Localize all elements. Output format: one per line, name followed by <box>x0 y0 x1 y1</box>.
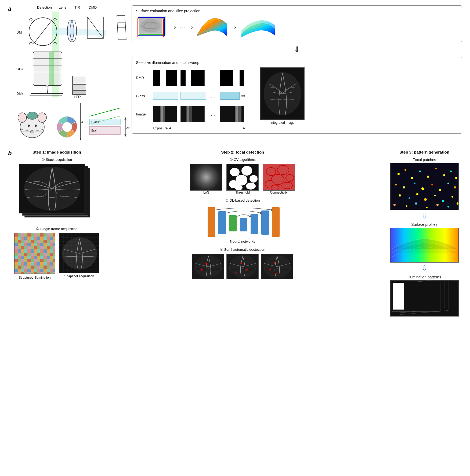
row-label-glass: Glass <box>136 94 151 98</box>
svg-point-91 <box>282 182 292 189</box>
semi-brain-3: + + + + <box>261 254 293 279</box>
illumination-patterns-label: Illumination patterns <box>387 275 462 279</box>
svg-point-106 <box>411 177 413 179</box>
svg-rect-27 <box>73 90 86 95</box>
glass-img-last <box>220 92 240 100</box>
label-lens: Lens <box>55 5 70 9</box>
svg-point-35 <box>18 113 27 122</box>
surface-steps-row: ⇒ ⋯ ⇒ <box>136 16 458 39</box>
svg-point-128 <box>393 204 396 206</box>
connectivity-wrap: Connectivity <box>263 164 295 194</box>
svg-rect-94 <box>218 211 226 234</box>
dots-image: ... <box>208 111 218 117</box>
svg-point-121 <box>399 194 401 197</box>
svg-rect-65 <box>181 106 205 122</box>
single-frame-section: ② Single-frame acquisition Structured il… <box>15 227 98 279</box>
sub2-label: ② Single-frame acquisition <box>15 227 98 231</box>
surface-panel: Surface estimation and slice projection <box>132 5 462 42</box>
sub3-label: ③ Semi-automatic dectection <box>100 248 385 252</box>
svg-point-120 <box>454 186 456 188</box>
section-a-label: a <box>8 5 11 143</box>
surface-3d-stack <box>239 16 277 39</box>
sub2-dl-label: ② DL-based detection <box>100 198 385 202</box>
image-img-1 <box>153 106 177 122</box>
svg-rect-25 <box>73 76 86 84</box>
dmd-img-last <box>220 70 244 86</box>
dl-section: ② DL-based detection <box>100 198 385 244</box>
svg-point-129 <box>406 205 407 207</box>
svg-point-109 <box>435 168 437 169</box>
svg-point-104 <box>397 173 400 175</box>
optical-svg: DM <box>15 12 130 143</box>
svg-point-125 <box>434 195 436 196</box>
svg-line-32 <box>47 87 48 93</box>
dots1: ⋯ <box>179 24 185 31</box>
component-labels-row: Detection Lens TIR DMD <box>15 5 130 9</box>
semi-auto-section: ③ Semi-automatic dectection + + <box>100 248 385 279</box>
connectivity-image <box>263 164 295 191</box>
red-plus-1a: + <box>205 261 208 266</box>
section-b-label: b <box>8 150 12 317</box>
red-plus-3c: + <box>280 269 282 273</box>
svg-marker-72 <box>243 127 245 129</box>
integrated-image-wrapper: Integrated image <box>259 67 306 125</box>
svg-rect-142 <box>393 283 404 310</box>
svg-point-80 <box>250 175 258 183</box>
svg-text:OBJ: OBJ <box>16 67 23 71</box>
dmd-img-2 <box>180 70 205 86</box>
svg-point-115 <box>414 183 415 184</box>
red-plus-2a: + <box>240 261 242 266</box>
illumination-panel: Selective illumination and focal sweep D… <box>132 57 462 134</box>
svg-point-113 <box>395 184 397 186</box>
svg-rect-23 <box>49 52 54 85</box>
svg-point-45 <box>62 122 72 132</box>
red-plus-3b: + <box>269 267 271 271</box>
row-label-image: Image <box>136 112 151 116</box>
right-panels: Surface estimation and slice projection <box>132 5 462 143</box>
illumination-grid: DMD ... <box>136 67 458 130</box>
structured-illumination-canvas <box>14 233 55 274</box>
svg-point-37 <box>28 125 30 127</box>
surface-3d-1 <box>196 16 228 39</box>
svg-point-117 <box>431 184 433 186</box>
svg-text:DM: DM <box>16 30 22 34</box>
svg-marker-71 <box>169 127 171 129</box>
svg-line-7 <box>34 20 52 44</box>
dots-dmd: ... <box>208 75 218 81</box>
svg-rect-95 <box>229 215 237 231</box>
snapshot-image <box>59 233 99 273</box>
svg-text:t: t <box>122 120 123 124</box>
svg-rect-76 <box>59 233 99 273</box>
svg-marker-1 <box>52 28 106 36</box>
arrow2: ⇒ <box>188 24 193 31</box>
focal-patches-label: Focal patches <box>387 158 462 162</box>
svg-point-33 <box>46 85 49 87</box>
svg-point-60 <box>140 19 161 32</box>
threshold-label: Threshold <box>226 191 259 194</box>
svg-rect-97 <box>251 214 258 234</box>
glass-img-1 <box>153 92 178 100</box>
red-plus-3d: + <box>274 271 277 275</box>
dots-glass: ... <box>208 93 218 99</box>
svg-point-111 <box>450 170 452 172</box>
cv-images-row: LoG <box>100 164 385 194</box>
structured-illumination-wrap: Structured illumination <box>14 233 55 279</box>
svg-point-122 <box>408 197 410 199</box>
exposure-label-text: Exposure <box>153 126 168 130</box>
log-image <box>190 164 222 191</box>
step2-title: Step 2: focal detection <box>100 150 385 154</box>
connectivity-label: Connectivity <box>263 191 295 194</box>
svg-point-88 <box>286 175 294 181</box>
label-dmd: DMD <box>85 5 101 9</box>
semi-auto-images-row: + + + + + <box>100 254 385 279</box>
surface-profiles-label: Surface profiles <box>387 222 462 227</box>
step3-column: Step 3: pattern generation Focal patches <box>387 150 462 317</box>
svg-point-39 <box>30 130 34 133</box>
svg-point-92 <box>271 185 279 190</box>
dl-label: Neural networks <box>100 239 385 244</box>
svg-marker-58 <box>79 138 82 140</box>
svg-point-86 <box>266 168 276 176</box>
svg-point-133 <box>447 206 449 208</box>
illumination-patterns-image <box>390 280 459 317</box>
red-plus-2c: + <box>235 270 237 274</box>
